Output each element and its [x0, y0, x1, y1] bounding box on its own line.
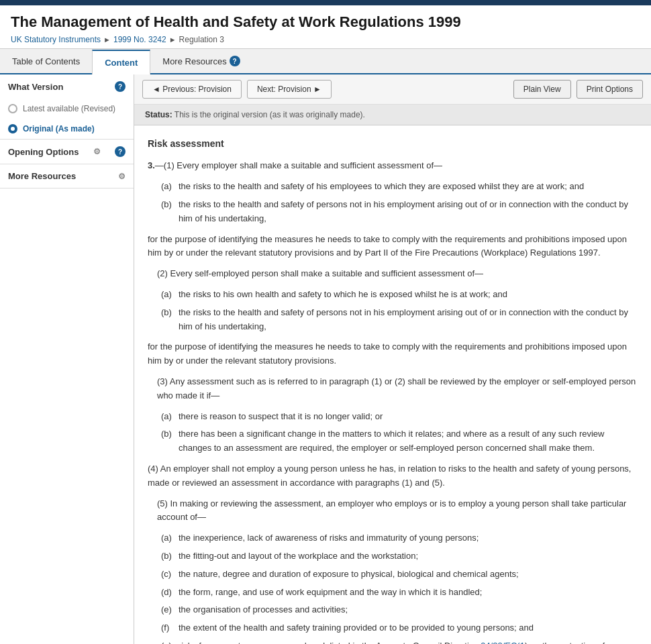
- list-letter: (b): [161, 306, 173, 334]
- list-letter: (b): [161, 198, 173, 226]
- list-item: (a) the risks to the health and safety o…: [148, 180, 638, 194]
- sub2-items: (a) the risks to his own health and safe…: [148, 288, 638, 333]
- council-directive-link[interactable]: 94/33/EC(1: [481, 641, 525, 644]
- sub1-items: (a) the risks to the health and safety o…: [148, 180, 638, 225]
- list-text: the fitting-out and layout of the workpl…: [179, 549, 638, 564]
- tab-content[interactable]: Content: [92, 50, 150, 74]
- prev-provision-button[interactable]: ◄ Previous: Provision: [142, 80, 242, 99]
- list-item: (c) the nature, degree and duration of e…: [148, 568, 638, 582]
- sub3-items: (a) there is reason to suspect that it i…: [148, 410, 638, 455]
- reg-number: 3.: [148, 160, 155, 170]
- what-version-help-icon[interactable]: ?: [115, 81, 126, 92]
- list-letter: (b): [161, 549, 173, 564]
- list-item-g: (g) risks from agents, processes and wor…: [148, 639, 638, 644]
- more-resources-sidebar-header[interactable]: More Resources ⚙: [0, 164, 134, 188]
- list-letter: (f): [161, 621, 173, 635]
- breadcrumb-link-2[interactable]: 1999 No. 3242: [113, 35, 166, 44]
- list-text: the nature, degree and duration of expos…: [179, 568, 638, 582]
- list-letter: (b): [161, 427, 173, 455]
- list-item: (b) the fitting-out and layout of the wo…: [148, 549, 638, 564]
- list-text: the risks to the health and safety of pe…: [179, 198, 638, 226]
- nav-tabs: Table of Contents Content More Resources…: [0, 49, 651, 74]
- opening-options-help-icon[interactable]: ?: [115, 146, 126, 157]
- sub5-intro: (5) In making or reviewing the assessmen…: [148, 497, 638, 525]
- main-layout: What Version ? Latest available (Revised…: [0, 74, 651, 644]
- breadcrumb-arrow-2: ►: [169, 36, 177, 44]
- toolbar-nav: ◄ Previous: Provision Next: Provision ►: [142, 80, 332, 99]
- sub1-intro: —(1) Every employer shall make a suitabl…: [155, 160, 442, 170]
- sub2-intro: (2) Every self-employed person shall mak…: [148, 267, 638, 281]
- toolbar-view: Plain View Print Options: [513, 80, 643, 99]
- list-letter: (d): [161, 586, 173, 600]
- breadcrumb-current: Regulation 3: [179, 35, 224, 44]
- tab-more-resources[interactable]: More Resources ?: [150, 49, 252, 73]
- breadcrumb-link-1[interactable]: UK Statutory Instruments: [11, 35, 101, 44]
- status-bar: Status: This is the original version (as…: [134, 105, 651, 125]
- sidebar-what-version: What Version ? Latest available (Revised…: [0, 74, 134, 140]
- list-text: the risks to the health and safety of hi…: [179, 180, 638, 194]
- page-title: The Management of Health and Safety at W…: [11, 13, 640, 31]
- list-text: there is reason to suspect that it is no…: [179, 410, 638, 424]
- list-item: (d) the form, range, and use of work equ…: [148, 586, 638, 600]
- sub4-text: (4) An employer shall not employ a young…: [148, 462, 638, 490]
- status-text: This is the original version (as it was …: [174, 110, 365, 119]
- list-letter: (c): [161, 568, 173, 582]
- continuation-2: for the purpose of identifying the measu…: [148, 340, 638, 368]
- opening-options-header[interactable]: Opening Options ⚙ ?: [0, 140, 134, 164]
- list-text-g: risks from agents, processes and work li…: [179, 639, 638, 644]
- reg-intro: 3.—(1) Every employer shall make a suita…: [148, 159, 638, 173]
- list-item: (f) the extent of the health and safety …: [148, 621, 638, 635]
- list-item: (b) the risks to the health and safety o…: [148, 306, 638, 334]
- document-content: Risk assessment 3.—(1) Every employer sh…: [134, 125, 651, 644]
- list-letter: (g): [161, 639, 173, 644]
- sidebar-opening-options: Opening Options ⚙ ?: [0, 140, 134, 164]
- section-title: Risk assessment: [148, 136, 638, 151]
- list-letter: (a): [161, 180, 173, 194]
- version-revised-radio[interactable]: [8, 104, 17, 113]
- list-letter: (a): [161, 410, 173, 424]
- list-text: the risks to the health and safety of pe…: [179, 306, 638, 334]
- list-item: (a) there is reason to suspect that it i…: [148, 410, 638, 424]
- list-text: the extent of the health and safety trai…: [179, 621, 638, 635]
- list-item: (b) the risks to the health and safety o…: [148, 198, 638, 226]
- list-text: the inexperience, lack of awareness of r…: [179, 531, 638, 545]
- toolbar: ◄ Previous: Provision Next: Provision ► …: [134, 74, 651, 105]
- list-text: the form, range, and use of work equipme…: [179, 586, 638, 600]
- version-option-revised[interactable]: Latest available (Revised): [0, 99, 134, 119]
- version-original-radio[interactable]: [8, 124, 17, 133]
- next-provision-button[interactable]: Next: Provision ►: [247, 80, 332, 99]
- list-item: (e) the organisation of processes and ac…: [148, 603, 638, 617]
- tab-table-of-contents[interactable]: Table of Contents: [0, 50, 92, 73]
- list-item: (a) the risks to his own health and safe…: [148, 288, 638, 302]
- opening-options-gear-icon: ⚙: [93, 147, 101, 156]
- version-option-original[interactable]: Original (As made): [0, 119, 134, 139]
- what-version-header[interactable]: What Version ?: [0, 74, 134, 99]
- header: The Management of Health and Safety at W…: [0, 5, 651, 49]
- more-resources-help-icon[interactable]: ?: [230, 56, 240, 66]
- sidebar-more-resources: More Resources ⚙: [0, 164, 134, 189]
- sidebar: What Version ? Latest available (Revised…: [0, 74, 134, 644]
- breadcrumb: UK Statutory Instruments ► 1999 No. 3242…: [11, 35, 640, 44]
- print-options-button[interactable]: Print Options: [577, 80, 643, 99]
- continuation-1: for the purpose of identifying the measu…: [148, 233, 638, 261]
- list-text: the risks to his own health and safety t…: [179, 288, 638, 302]
- sub3-intro: (3) Any assessment such as is referred t…: [148, 375, 638, 403]
- list-item: (a) the inexperience, lack of awareness …: [148, 531, 638, 545]
- sub5g-prefix: risks from agents, processes and work li…: [179, 641, 481, 644]
- list-letter: (a): [161, 288, 173, 302]
- content-area: ◄ Previous: Provision Next: Provision ► …: [134, 74, 651, 644]
- breadcrumb-arrow-1: ►: [103, 36, 111, 44]
- sub5-items: (a) the inexperience, lack of awareness …: [148, 531, 638, 644]
- list-letter: (e): [161, 603, 173, 617]
- status-label: Status:: [145, 110, 172, 119]
- list-text: there has been a significant change in t…: [179, 427, 638, 455]
- more-resources-gear-icon: ⚙: [118, 172, 126, 181]
- list-letter: (a): [161, 531, 173, 545]
- top-bar: [0, 0, 651, 5]
- list-text: the organisation of processes and activi…: [179, 603, 638, 617]
- list-item: (b) there has been a significant change …: [148, 427, 638, 455]
- plain-view-button[interactable]: Plain View: [513, 80, 571, 99]
